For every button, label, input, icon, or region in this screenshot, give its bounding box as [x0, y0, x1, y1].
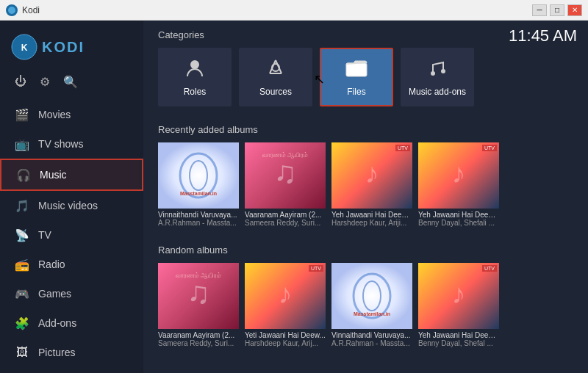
tv-label: TV — [38, 229, 51, 241]
svg-point-10 — [441, 69, 445, 73]
category-files[interactable]: Files ↖ — [320, 48, 393, 106]
sidebar-actions: ⏻ ⚙ 🔍 — [0, 71, 143, 100]
kodi-logo-small — [6, 4, 18, 16]
search-icon[interactable]: 🔍 — [63, 75, 78, 89]
title-bar: Kodi ─ □ ✕ — [0, 0, 588, 21]
sidebar-item-tv[interactable]: 📡 TV — [0, 220, 143, 250]
kodi-brand-text: KODI — [42, 39, 85, 56]
radio-icon: 📻 — [15, 257, 29, 272]
svg-text:♪: ♪ — [365, 158, 379, 189]
musicvideos-icon: 🎵 — [15, 198, 29, 213]
recently-added-title: Recently added albums — [158, 124, 573, 135]
sidebar-item-videos[interactable]: 📹 Videos — [0, 367, 143, 373]
svg-text:♫: ♫ — [187, 275, 210, 310]
games-icon: 🎮 — [15, 286, 29, 301]
album-title: Vinnaithandi Varuvaya... — [331, 331, 412, 339]
category-roles[interactable]: Roles — [158, 48, 232, 106]
list-item[interactable]: Masstamilan.in Vinnaithandi Varuvaya... … — [331, 263, 412, 347]
category-sources[interactable]: Sources — [239, 48, 312, 106]
recently-added-grid: Masstamilan.in Vinnaithandi Varuvaya... … — [158, 142, 573, 227]
utv-badge: UTV — [309, 265, 323, 272]
minimize-button[interactable]: ─ — [532, 4, 547, 16]
tvshows-label: TV shows — [38, 138, 83, 150]
files-icon — [345, 57, 368, 82]
radio-label: Radio — [38, 258, 65, 270]
categories-row: Roles Sources — [158, 48, 573, 106]
sidebar-nav: 🎬 Movies 📺 TV shows 🎧 Music 🎵 Music vide… — [0, 100, 143, 373]
svg-text:வாரணம் ஆயிரம்: வாரணம் ஆயிரம் — [262, 151, 309, 159]
sidebar-item-musicvideos[interactable]: 🎵 Music videos — [0, 191, 143, 220]
album-thumb: ♪ UTV — [331, 142, 412, 209]
album-title: Vaaranam Aayiram (2... — [245, 211, 326, 219]
category-music-addons[interactable]: Music add-ons — [401, 48, 474, 106]
music-label: Music — [40, 169, 67, 181]
list-item[interactable]: ♪ UTV Yeh Jawaani Hai Deew... Harshdeep … — [331, 142, 412, 227]
list-item[interactable]: ♪ UTV Yeti Jawaani Hai Deew... Harshdeep… — [245, 263, 326, 347]
random-albums-grid: ♫ வாரணம் ஆயிரம் Vaaranam Aayiram (2... S… — [158, 263, 573, 347]
album-thumb: ♫ வாரணம் ஆயிரம் — [245, 142, 326, 209]
album-title: Yeh Jawaani Hai Deew... — [418, 331, 499, 339]
content-area: 11:45 AM Categories Roles — [143, 21, 588, 373]
list-item[interactable]: ♫ வாரணம் ஆயிரம் Vaaranam Aayiram (2... S… — [245, 142, 326, 227]
power-icon[interactable]: ⏻ — [15, 75, 26, 89]
svg-text:♫: ♫ — [273, 155, 297, 189]
list-item[interactable]: ♫ வாரணம் ஆயிரம் Vaaranam Aayiram (2... S… — [158, 263, 239, 347]
random-albums-section: Random albums ♫ வாரணம் ஆயிரம் Vaaranam A… — [143, 236, 588, 356]
album-thumb: ♪ UTV — [418, 142, 499, 209]
svg-text:♪: ♪ — [452, 278, 466, 309]
svg-text:வாரணம் ஆயிரம்: வாரணம் ஆயிரம் — [176, 272, 222, 279]
sidebar-item-radio[interactable]: 📻 Radio — [0, 250, 143, 279]
sidebar-item-games[interactable]: 🎮 Games — [0, 279, 143, 308]
sidebar-item-movies[interactable]: 🎬 Movies — [0, 100, 143, 129]
addons-label: Add-ons — [38, 317, 76, 329]
pictures-icon: 🖼 — [15, 345, 29, 360]
album-artist: Harshdeep Kaur, Ariji... — [331, 219, 412, 227]
sources-label: Sources — [259, 87, 292, 97]
album-artist: A.R.Rahman - Massta... — [331, 339, 412, 347]
addons-icon: 🧩 — [15, 316, 29, 330]
cursor-indicator: ↖ — [314, 71, 325, 87]
album-artist: Harshdeep Kaur, Arij... — [245, 339, 326, 347]
album-title: Yeti Jawaani Hai Deew... — [245, 331, 326, 339]
movies-label: Movies — [38, 109, 71, 120]
roles-icon — [184, 57, 205, 82]
title-bar-left: Kodi — [6, 4, 40, 16]
sidebar-item-pictures[interactable]: 🖼 Pictures — [0, 338, 143, 367]
album-artist: A.R.Rahman - Massta... — [158, 219, 239, 227]
utv-badge: UTV — [482, 265, 497, 272]
list-item[interactable]: Masstamilan.in Vinnaithandi Varuvaya... … — [158, 142, 239, 227]
svg-rect-8 — [346, 63, 367, 76]
svg-point-3 — [190, 60, 199, 69]
close-button[interactable]: ✕ — [567, 4, 582, 16]
album-artist: Sameera Reddy, Suri... — [245, 219, 326, 227]
album-artist: Benny Dayal, Shefali ... — [418, 219, 499, 227]
tv-icon: 📡 — [15, 228, 29, 242]
window-title: Kodi — [22, 5, 40, 15]
list-item[interactable]: ♪ UTV Yeh Jawaani Hai Deew... Benny Daya… — [418, 263, 499, 347]
music-icon: 🎧 — [16, 167, 31, 182]
pictures-label: Pictures — [38, 347, 76, 358]
music-addons-label: Music add-ons — [409, 87, 466, 97]
maximize-button[interactable]: □ — [550, 4, 564, 16]
svg-text:Masstamilan.in: Masstamilan.in — [354, 311, 390, 316]
utv-badge: UTV — [482, 145, 497, 151]
sidebar-item-addons[interactable]: 🧩 Add-ons — [0, 308, 143, 338]
random-albums-title: Random albums — [158, 245, 573, 256]
sidebar-item-tvshows[interactable]: 📺 TV shows — [0, 129, 143, 159]
svg-text:Masstamilan.in: Masstamilan.in — [180, 191, 217, 196]
svg-text:K: K — [21, 43, 28, 53]
settings-icon[interactable]: ⚙ — [40, 75, 50, 89]
album-title: Vinnaithandi Varuvaya... — [158, 211, 239, 219]
album-thumb: ♪ UTV — [245, 263, 326, 329]
main-layout: K KODI ⏻ ⚙ 🔍 🎬 Movies 📺 TV shows 🎧 Music — [0, 21, 588, 373]
album-title: Vaaranam Aayiram (2... — [158, 331, 239, 339]
sidebar-item-music[interactable]: 🎧 Music — [0, 159, 143, 191]
svg-text:♪: ♪ — [452, 158, 466, 189]
sources-icon — [265, 57, 286, 82]
kodi-brand: K KODI — [11, 34, 85, 60]
time-display: 11:45 AM — [509, 26, 577, 46]
album-title: Yeh Jawaani Hai Deew... — [418, 211, 499, 219]
list-item[interactable]: ♪ UTV Yeh Jawaani Hai Deew... Benny Daya… — [418, 142, 499, 227]
album-thumb: ♫ வாரணம் ஆயிரம் — [158, 263, 239, 329]
album-thumb: Masstamilan.in — [158, 142, 239, 209]
